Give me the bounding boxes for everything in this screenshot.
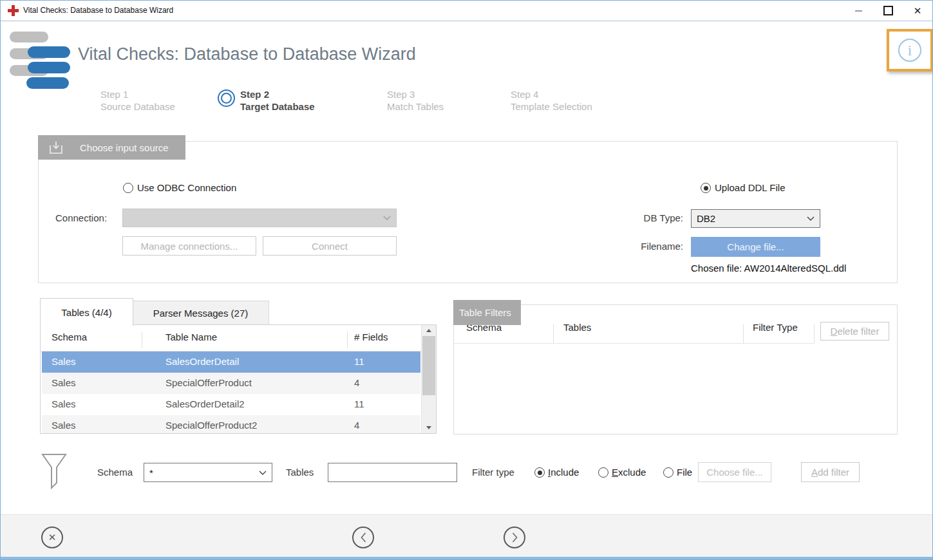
column-divider xyxy=(814,324,815,344)
column-divider xyxy=(553,324,554,344)
cell-tfields: 4 xyxy=(354,377,359,388)
close-icon: ✕ xyxy=(914,6,922,15)
change-file-button[interactable]: Change file... xyxy=(691,237,820,257)
delete-filter-button[interactable]: Delete filter xyxy=(820,322,889,341)
tab-tables[interactable]: Tables (4/4) xyxy=(40,298,133,326)
scroll-up-icon[interactable] xyxy=(422,325,436,336)
tables-list-header: Schema Table Name # Fields xyxy=(41,325,436,351)
use-odbc-radio-label[interactable]: Use ODBC Connection xyxy=(137,182,236,193)
column-header-fields: # Fields xyxy=(354,331,388,342)
chosen-file-text: Chosen file: AW2014AlteredSQL.ddl xyxy=(691,263,846,274)
exclude-radio-label[interactable]: Exclude xyxy=(612,467,646,478)
step-3-indicator: Step 3 Match Tables xyxy=(387,88,444,113)
scroll-down-icon[interactable] xyxy=(422,422,436,433)
filters-column-tables: Tables xyxy=(563,322,591,333)
include-radio[interactable] xyxy=(534,467,545,478)
table-filters-tab: Table Filters xyxy=(453,300,521,325)
tables-filter-label: Tables xyxy=(286,467,314,478)
info-highlight-box: i xyxy=(887,29,933,71)
tables-list: Schema Table Name # Fields SalesSalesOrd… xyxy=(40,324,437,434)
upload-ddl-radio-label[interactable]: Upload DDL File xyxy=(715,182,786,193)
step-label: Match Tables xyxy=(387,100,444,113)
previous-step-icon[interactable] xyxy=(352,527,374,548)
header-divider xyxy=(454,343,815,344)
tables-filter-input[interactable] xyxy=(328,463,457,482)
step-1-indicator: Step 1 Source Database xyxy=(100,88,175,113)
scrollbar-thumb[interactable] xyxy=(422,336,435,395)
column-header-table-name: Table Name xyxy=(165,331,217,342)
use-odbc-radio[interactable] xyxy=(123,183,133,193)
minimize-button[interactable] xyxy=(843,1,873,21)
cell-tname: SalesOrderDetail xyxy=(165,356,239,367)
filters-column-type: Filter Type xyxy=(753,322,798,333)
tab-parser-messages[interactable]: Parser Messages (27) xyxy=(132,301,269,325)
add-filter-button[interactable]: Add filter xyxy=(801,462,860,482)
schema-filter-label: Schema xyxy=(97,467,133,478)
input-source-tab-label: Choose input source xyxy=(80,142,169,153)
logo-pill xyxy=(10,32,48,42)
vertical-scrollbar[interactable] xyxy=(421,325,436,433)
app-window: Vital Checks: Database to Database Wizar… xyxy=(0,0,933,560)
table-row[interactable]: SalesSpecialOfferProduct4 xyxy=(42,373,420,394)
cell-schema: Sales xyxy=(52,420,76,431)
step-2-indicator: Step 2 Target Database xyxy=(240,88,315,113)
include-radio-label[interactable]: Include xyxy=(548,467,579,478)
schema-filter-select[interactable]: * xyxy=(144,463,272,482)
window-title: Vital Checks: Database to Database Wizar… xyxy=(23,1,173,21)
exclude-radio[interactable] xyxy=(598,467,608,478)
footer-bar: ✕ Cancel Previous step Next step xyxy=(1,514,932,557)
step-number: Step 4 xyxy=(511,88,592,100)
tables-list-rows: SalesSalesOrderDetail11SalesSpecialOffer… xyxy=(41,351,436,434)
upload-ddl-radio[interactable] xyxy=(701,183,711,193)
next-step-icon[interactable] xyxy=(504,527,525,548)
step-label: Target Database xyxy=(240,100,315,113)
page-title: Vital Checks: Database to Database Wizar… xyxy=(78,44,416,64)
title-bar: Vital Checks: Database to Database Wizar… xyxy=(1,1,932,21)
step-4-indicator: Step 4 Template Selection xyxy=(511,88,592,113)
cell-schema: Sales xyxy=(52,377,76,388)
close-button[interactable]: ✕ xyxy=(903,1,932,21)
cell-schema: Sales xyxy=(52,356,76,367)
cancel-icon[interactable]: ✕ xyxy=(41,527,63,548)
chevron-down-icon xyxy=(259,471,267,475)
logo-pill xyxy=(26,77,69,89)
cell-tname: SpecialOfferProduct2 xyxy=(165,420,257,431)
window-bottom-border xyxy=(1,557,932,560)
cell-tfields: 11 xyxy=(354,398,364,409)
schema-filter-value: * xyxy=(149,467,153,478)
choose-file-button[interactable]: Choose file... xyxy=(698,462,771,482)
chevron-down-icon xyxy=(807,216,815,221)
manage-connections-button[interactable]: Manage connections... xyxy=(122,236,256,256)
table-row[interactable]: SalesSalesOrderDetail11 xyxy=(42,351,420,373)
column-divider xyxy=(142,331,142,348)
connection-label: Connection: xyxy=(55,212,107,223)
db-type-select[interactable]: DB2 xyxy=(691,209,820,228)
red-cross-app-icon xyxy=(8,5,19,16)
column-divider xyxy=(347,331,348,348)
column-divider xyxy=(743,324,744,344)
window-controls: ✕ xyxy=(843,1,932,21)
logo-pill xyxy=(28,46,70,58)
maximize-icon xyxy=(883,6,893,15)
filename-label: Filename: xyxy=(632,241,683,252)
connect-button[interactable]: Connect xyxy=(263,236,397,256)
cell-tfields: 4 xyxy=(354,420,359,431)
file-radio[interactable] xyxy=(663,467,674,478)
chevron-down-icon xyxy=(383,216,391,220)
table-row[interactable]: SalesSpecialOfferProduct24 xyxy=(42,415,420,434)
minimize-icon xyxy=(855,10,862,12)
input-source-tab: Choose input source xyxy=(38,135,185,160)
connection-select[interactable] xyxy=(122,209,397,227)
info-icon[interactable]: i xyxy=(898,39,921,62)
step-number: Step 3 xyxy=(387,88,444,100)
cell-tname: SalesOrderDetail2 xyxy=(165,398,245,409)
db-type-value: DB2 xyxy=(697,213,715,224)
db-type-label: DB Type: xyxy=(632,212,683,223)
table-row[interactable]: SalesSalesOrderDetail211 xyxy=(42,394,420,415)
maximize-button[interactable] xyxy=(873,1,903,21)
step-number: Step 1 xyxy=(100,88,175,100)
step-label: Template Selection xyxy=(511,100,592,113)
cell-schema: Sales xyxy=(52,398,76,409)
cell-tfields: 11 xyxy=(354,356,364,367)
file-radio-label[interactable]: File xyxy=(677,467,692,478)
